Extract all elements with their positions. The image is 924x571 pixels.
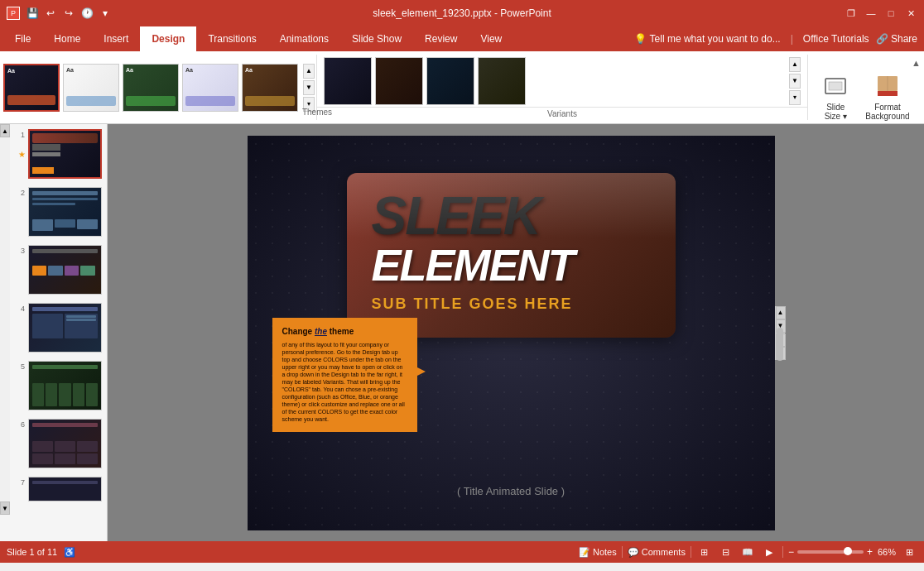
slide-thumb-1[interactable] (28, 129, 102, 179)
callout-title: Change the theme (282, 326, 407, 338)
slide-title-box[interactable]: SLEEK ELEMENT SUB TITLE GOES HERE (347, 173, 676, 338)
variant-1[interactable] (324, 57, 372, 105)
variant-3[interactable] (426, 57, 474, 105)
slide-item-3[interactable]: 3 (13, 243, 103, 296)
zoom-slider[interactable]: − + (788, 546, 873, 558)
slide-num-5: 5 (15, 361, 25, 371)
variants-scroll-more[interactable]: ▾ (789, 90, 801, 105)
window-title: sleek_element_19230.pptx - PowerPoint (373, 7, 551, 19)
slide-thumb-3[interactable] (28, 245, 102, 295)
slide-item-1[interactable]: 1 ★ (13, 127, 103, 180)
comments-label: Comments (642, 547, 686, 557)
save-icon[interactable]: 💾 (25, 6, 40, 21)
status-bar: Slide 1 of 11 ♿ 📝 Notes 💬 Comments ⊞ ⊟ 📖… (0, 541, 924, 563)
panel-scroll-track (0, 137, 10, 501)
slide-item-4[interactable]: 4 (13, 301, 103, 354)
title-bar-left: P 💾 ↩ ↪ 🕐 ▾ (7, 6, 113, 21)
notes-icon: 📝 (579, 547, 590, 558)
canvas-area: SLEEK ELEMENT SUB TITLE GOES HERE Change… (108, 124, 924, 541)
slide-size-button[interactable]: SlideSize ▾ (816, 70, 855, 124)
scrollbar-up[interactable]: ▲ (776, 306, 786, 319)
comments-icon: 💬 (628, 547, 639, 558)
comments-button[interactable]: 💬 Comments (628, 547, 686, 558)
slide-sorter-button[interactable]: ⊟ (718, 544, 734, 560)
tab-insert[interactable]: Insert (92, 26, 140, 51)
theme-thumbnail-3[interactable]: Aa (123, 64, 179, 112)
restore-button[interactable]: ❐ (845, 7, 858, 20)
tab-transitions[interactable]: Transitions (196, 26, 267, 51)
variant-4[interactable] (478, 57, 526, 105)
slide-panel: ▲ ▼ 1 ★ 2 (0, 124, 108, 541)
share-button[interactable]: 🔗 Share (876, 33, 917, 45)
zoom-out-icon[interactable]: − (788, 546, 794, 558)
theme-thumbnail-1[interactable]: Aa (3, 64, 60, 112)
tab-home[interactable]: Home (42, 26, 92, 51)
themes-group: Aa Aa Aa Aa Aa ▲ ▼ ▾ (0, 55, 317, 120)
tab-review[interactable]: Review (413, 26, 469, 51)
theme-thumbnail-5[interactable]: Aa (242, 64, 298, 112)
zoom-in-icon[interactable]: + (867, 546, 873, 558)
minimize-button[interactable]: — (864, 7, 878, 20)
theme-thumbnail-2[interactable]: Aa (63, 64, 119, 112)
status-right: 📝 Notes 💬 Comments ⊞ ⊟ 📖 ▶ − + 66% ⊞ (579, 544, 917, 560)
history-icon[interactable]: 🕐 (79, 6, 94, 21)
undo-icon[interactable]: ↩ (43, 6, 58, 21)
panel-scroll-up[interactable]: ▲ (0, 124, 10, 137)
close-button[interactable]: ✕ (904, 7, 917, 20)
format-background-button[interactable]: FormatBackground (859, 70, 916, 124)
slide-size-label: SlideSize ▾ (825, 103, 847, 121)
redo-icon[interactable]: ↪ (61, 6, 76, 21)
theme-thumbnails: Aa Aa Aa Aa Aa (0, 55, 301, 120)
slide-canvas[interactable]: SLEEK ELEMENT SUB TITLE GOES HERE Change… (248, 136, 775, 530)
tab-view[interactable]: View (469, 26, 513, 51)
maximize-button[interactable]: □ (884, 7, 898, 20)
slide-thumb-2[interactable] (28, 187, 102, 237)
slide-item-6[interactable]: 6 (13, 417, 103, 470)
slide-thumb-6[interactable] (28, 419, 102, 468)
theme-thumbnail-4[interactable]: Aa (182, 64, 238, 112)
customize-group: ▲ SlideSize ▾ (808, 55, 924, 120)
notes-label: Notes (593, 547, 617, 557)
normal-view-button[interactable]: ⊞ (696, 544, 713, 560)
svg-rect-3 (878, 91, 898, 96)
app-icon: P (7, 7, 20, 20)
variants-label: Variants (317, 107, 807, 120)
slide-thumb-4[interactable] (28, 303, 102, 353)
tab-slideshow[interactable]: Slide Show (340, 26, 413, 51)
tab-animations[interactable]: Animations (268, 26, 340, 51)
slideshow-button[interactable]: ▶ (761, 544, 777, 560)
window-controls: ❐ — □ ✕ (845, 7, 917, 20)
animated-slide-text: ( Title Animated Slide ) (457, 485, 565, 497)
theme-scroll-up[interactable]: ▲ (303, 64, 315, 79)
tab-design[interactable]: Design (140, 26, 196, 51)
star-icon: ★ (18, 150, 26, 159)
fit-slide-button[interactable]: ⊞ (901, 544, 917, 560)
slide-item-2[interactable]: 2 (13, 185, 103, 238)
qat-dropdown[interactable]: ▾ (98, 6, 113, 21)
title-bar: P 💾 ↩ ↪ 🕐 ▾ sleek_element_19230.pptx - P… (0, 0, 924, 26)
slide-subtitle: SUB TITLE GOES HERE (372, 295, 651, 313)
variants-group: ▲ ▼ ▾ Variants (317, 55, 808, 120)
ribbon-content: Aa Aa Aa Aa Aa ▲ ▼ ▾ (0, 51, 924, 124)
variant-2[interactable] (375, 57, 423, 105)
help-search[interactable]: 💡 Tell me what you want to do... (634, 33, 781, 45)
reading-view-button[interactable]: 📖 (739, 544, 756, 560)
variants-scroll-down[interactable]: ▼ (789, 74, 801, 89)
slide-list: 1 ★ 2 (0, 124, 107, 541)
ribbon-tabs: File Home Insert Design Transitions Anim… (0, 26, 924, 51)
variants-scroll-up[interactable]: ▲ (789, 57, 801, 72)
collapse-icon[interactable]: ▲ (912, 58, 921, 68)
callout-box[interactable]: Change the theme of any of this layout t… (272, 318, 417, 432)
panel-left-scrollbar: ▲ ▼ (0, 124, 10, 515)
office-tutorials-link[interactable]: Office Tutorials (803, 33, 869, 45)
zoom-track[interactable] (797, 550, 864, 554)
theme-scroll-down[interactable]: ▼ (303, 80, 315, 95)
slide-item-7[interactable]: 7 (13, 475, 103, 503)
notes-button[interactable]: 📝 Notes (579, 547, 617, 558)
slide-thumb-5[interactable] (28, 361, 102, 410)
slide-item-5[interactable]: 5 (13, 359, 103, 412)
slide-thumb-7[interactable] (28, 477, 102, 501)
tab-file[interactable]: File (3, 26, 42, 51)
panel-scroll-down[interactable]: ▼ (0, 501, 10, 515)
zoom-thumb (844, 547, 852, 555)
